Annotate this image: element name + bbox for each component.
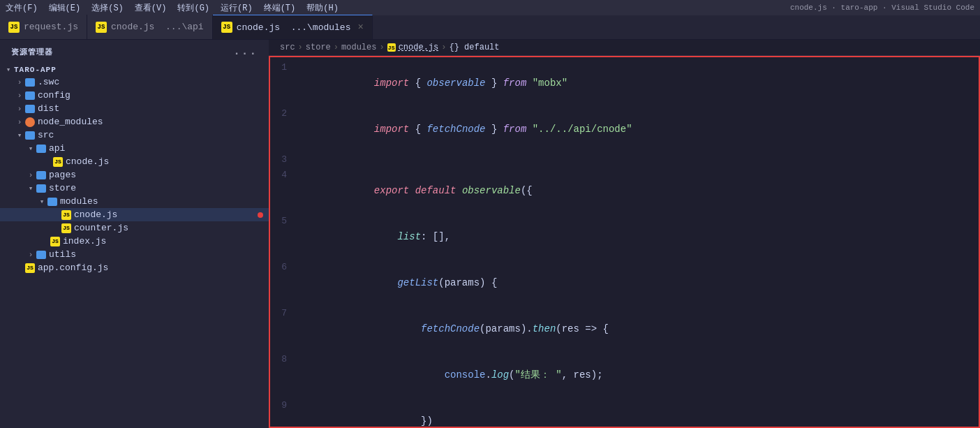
folder-icon bbox=[36, 145, 46, 153]
item-label: .swc bbox=[38, 77, 59, 87]
tab-cnode-api[interactable]: JS cnode.js ...\api bbox=[87, 15, 213, 39]
tab-cnode-modules[interactable]: JS cnode.js ...\modules × bbox=[213, 15, 373, 39]
menu-file[interactable]: 文件(F) bbox=[6, 2, 38, 14]
sidebar-item-swc[interactable]: › .swc bbox=[0, 75, 269, 89]
line-num: 5 bbox=[270, 214, 298, 229]
folder-icon bbox=[25, 91, 35, 100]
line-num: 1 bbox=[270, 60, 298, 75]
item-label: counter.js bbox=[74, 223, 128, 233]
sidebar-item-pages[interactable]: › pages bbox=[0, 168, 269, 182]
bc-sep: › bbox=[298, 43, 303, 52]
code-line-7: 7 fetchCnode(params).then(res => { bbox=[270, 306, 979, 352]
js-icon: JS bbox=[221, 22, 232, 33]
arrow-icon: › bbox=[25, 171, 36, 179]
menu-select[interactable]: 选择(S) bbox=[91, 2, 124, 14]
folder-icon bbox=[25, 131, 35, 140]
item-label: modules bbox=[60, 196, 98, 207]
sidebar-item-dist[interactable]: › dist bbox=[0, 102, 269, 115]
npm-icon bbox=[25, 117, 35, 127]
tab-bar: JS request.js JS cnode.js ...\api JS cno… bbox=[0, 15, 980, 40]
item-label: dist bbox=[38, 103, 59, 114]
js-file-icon: JS bbox=[61, 210, 71, 220]
folder-icon bbox=[25, 78, 35, 87]
tree-root[interactable]: ▾ TARO-APP bbox=[0, 64, 269, 75]
sidebar-item-store-index[interactable]: › JS index.js bbox=[0, 235, 269, 248]
sidebar-item-node-modules[interactable]: › node_modules bbox=[0, 115, 269, 128]
sidebar-item-src[interactable]: ▾ src bbox=[0, 128, 269, 142]
tab-request[interactable]: JS request.js bbox=[0, 15, 87, 39]
item-label: index.js bbox=[63, 236, 106, 246]
code-line-5: 5 list: [], bbox=[270, 214, 979, 260]
code-line-6: 6 getList(params) { bbox=[270, 260, 979, 306]
folder-icon bbox=[36, 184, 46, 193]
code-line-4: 4 export default observable({ bbox=[270, 168, 979, 214]
arrow-icon: ▾ bbox=[25, 184, 36, 193]
tab-request-label: request.js bbox=[24, 22, 78, 32]
line-content: fetchCnode(params).then(res => { bbox=[298, 306, 979, 352]
line-num: 2 bbox=[270, 106, 298, 121]
code-line-3: 3 bbox=[270, 152, 979, 168]
line-content: list: [], bbox=[298, 214, 979, 260]
js-icon: JS bbox=[8, 22, 20, 33]
sidebar-title-label: 资源管理器 bbox=[11, 47, 53, 57]
arrow-icon: › bbox=[14, 78, 25, 87]
sidebar-item-modules[interactable]: ▾ modules bbox=[0, 195, 269, 208]
sidebar: 资源管理器 ... ▾ TARO-APP › .swc › config bbox=[0, 40, 269, 428]
line-num: 6 bbox=[270, 260, 298, 275]
arrow-icon: › bbox=[14, 118, 25, 126]
line-content: }) bbox=[298, 398, 979, 428]
arrow-icon: ▾ bbox=[36, 197, 47, 206]
code-line-2: 2 import { fetchCnode } from "../../api/… bbox=[270, 106, 979, 152]
bc-cnode[interactable]: cnode.js bbox=[399, 43, 439, 52]
arrow-icon: › bbox=[14, 91, 25, 100]
bc-default[interactable]: {} default bbox=[449, 43, 499, 52]
error-indicator bbox=[258, 212, 263, 218]
line-content: import { observable } from "mobx" bbox=[298, 60, 979, 106]
line-content: console.log("结果： ", res); bbox=[298, 352, 979, 398]
js-file-icon: JS bbox=[25, 263, 35, 273]
app-name-hint: cnode.js · taro-app · Visual Studio Code bbox=[790, 3, 974, 12]
menu-view[interactable]: 查看(V) bbox=[135, 2, 167, 14]
root-label: TARO-APP bbox=[14, 66, 57, 74]
menu-terminal[interactable]: 终端(T) bbox=[264, 2, 296, 14]
sidebar-item-config[interactable]: › config bbox=[0, 89, 269, 102]
code-line-1: 1 import { observable } from "mobx" bbox=[270, 60, 979, 106]
item-label: store bbox=[49, 183, 76, 193]
line-num: 7 bbox=[270, 306, 298, 321]
breadcrumb: src › store › modules › JS cnode.js › {}… bbox=[269, 40, 980, 56]
sidebar-item-api[interactable]: ▾ api bbox=[0, 142, 269, 155]
menu-run[interactable]: 运行(R) bbox=[221, 2, 253, 14]
item-label: api bbox=[49, 143, 65, 154]
item-label: cnode.js bbox=[66, 156, 109, 167]
close-tab-button[interactable]: × bbox=[357, 22, 363, 33]
sidebar-item-modules-cnode[interactable]: › JS cnode.js bbox=[0, 208, 269, 221]
folder-icon bbox=[25, 105, 35, 113]
line-content: import { fetchCnode } from "../../api/cn… bbox=[298, 106, 979, 152]
menu-edit[interactable]: 编辑(E) bbox=[49, 2, 81, 14]
code-line-8: 8 console.log("结果： ", res); bbox=[270, 352, 979, 398]
bc-store[interactable]: store bbox=[306, 43, 331, 52]
line-num: 9 bbox=[270, 398, 298, 413]
js-file-icon: JS bbox=[53, 157, 63, 167]
sidebar-item-app-config[interactable]: › JS app.config.js bbox=[0, 261, 269, 274]
menu-bar: 文件(F) 编辑(E) 选择(S) 查看(V) 转到(G) 运行(R) 终端(T… bbox=[0, 0, 980, 15]
main-layout: 资源管理器 ... ▾ TARO-APP › .swc › config bbox=[0, 40, 980, 428]
bc-js-icon: JS bbox=[387, 43, 396, 52]
sidebar-item-api-cnode[interactable]: › JS cnode.js bbox=[0, 155, 269, 168]
js-icon: JS bbox=[96, 22, 107, 33]
bc-src[interactable]: src bbox=[280, 43, 295, 52]
line-num: 8 bbox=[270, 352, 298, 367]
code-line-9: 9 }) bbox=[270, 398, 979, 428]
item-label: src bbox=[38, 130, 54, 140]
bc-modules[interactable]: modules bbox=[341, 43, 376, 52]
line-content: getList(params) { bbox=[298, 260, 979, 306]
sidebar-item-utils[interactable]: › utils bbox=[0, 248, 269, 261]
sidebar-title: 资源管理器 ... bbox=[0, 40, 269, 64]
sidebar-item-modules-counter[interactable]: › JS counter.js bbox=[0, 221, 269, 235]
sidebar-item-store[interactable]: ▾ store bbox=[0, 182, 269, 195]
sidebar-more-button[interactable]: ... bbox=[233, 45, 258, 58]
menu-help[interactable]: 帮助(H) bbox=[306, 2, 339, 14]
arrow-icon: › bbox=[25, 251, 36, 259]
code-editor[interactable]: 1 import { observable } from "mobx" 2 im… bbox=[269, 56, 980, 428]
menu-goto[interactable]: 转到(G) bbox=[177, 2, 209, 14]
